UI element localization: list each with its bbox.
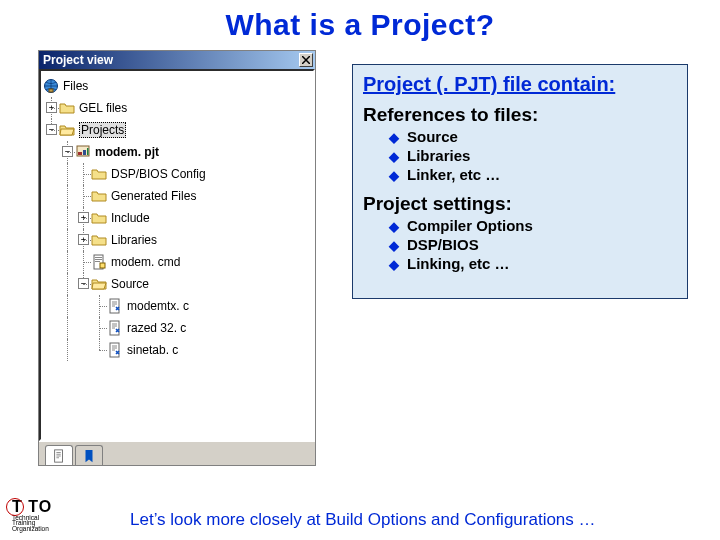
- list-item-label: Linker, etc …: [407, 166, 500, 183]
- tab-file[interactable]: [45, 445, 73, 465]
- tree-node-source[interactable]: − Source: [43, 273, 311, 295]
- list-item: ◆Compiler Options: [389, 217, 677, 234]
- source-file-icon: [107, 320, 123, 336]
- info-subheading-2: Project settings:: [363, 193, 677, 215]
- source-file-icon: [107, 298, 123, 314]
- list-item-label: Compiler Options: [407, 217, 533, 234]
- tree-node-include[interactable]: + Include: [43, 207, 311, 229]
- close-icon: [302, 56, 310, 64]
- list-item: ◆DSP/BIOS: [389, 236, 677, 253]
- tree-node-cmd[interactable]: modem. cmd: [43, 251, 311, 273]
- tree-node-libraries[interactable]: + Libraries: [43, 229, 311, 251]
- folder-open-icon: [91, 276, 107, 292]
- project-file-icon: [75, 144, 91, 160]
- tree-label: Libraries: [111, 233, 157, 247]
- svg-rect-10: [100, 263, 105, 268]
- tree-label: Source: [111, 277, 149, 291]
- list-item-label: Source: [407, 128, 458, 145]
- tree-view[interactable]: Files + GEL files − Projects: [39, 69, 315, 441]
- window-title: Project view: [43, 53, 113, 67]
- diamond-bullet-icon: ◆: [389, 239, 399, 252]
- source-file-icon: [107, 342, 123, 358]
- folder-icon: [59, 100, 75, 116]
- expander-plus-icon[interactable]: +: [78, 212, 89, 223]
- diamond-bullet-icon: ◆: [389, 258, 399, 271]
- folder-icon: [91, 232, 107, 248]
- tree-label: modem. cmd: [111, 255, 180, 269]
- svg-rect-4: [83, 150, 86, 155]
- tree-label: GEL files: [79, 101, 127, 115]
- list-item-label: Linking, etc …: [407, 255, 510, 272]
- list-item: ◆Libraries: [389, 147, 677, 164]
- folder-open-icon: [59, 122, 75, 138]
- expander-plus-icon[interactable]: +: [46, 102, 57, 113]
- tree-label: Files: [63, 79, 88, 93]
- info-box: Project (. PJT) file contain: References…: [352, 64, 688, 299]
- tree-node-dspbios[interactable]: DSP/BIOS Config: [43, 163, 311, 185]
- logo-ring-icon: [6, 498, 24, 516]
- svg-rect-1: [49, 89, 53, 92]
- tto-logo: T TO Technical Training Organization: [8, 498, 52, 533]
- tree-node-generated[interactable]: Generated Files: [43, 185, 311, 207]
- tree-node-projects[interactable]: − Projects: [43, 119, 311, 141]
- list-item: ◆Source: [389, 128, 677, 145]
- tree-node-src3[interactable]: sinetab. c: [43, 339, 311, 361]
- svg-rect-5: [87, 148, 89, 155]
- tab-bar: [39, 441, 315, 465]
- folder-icon: [91, 166, 107, 182]
- tree-label: modem. pjt: [95, 145, 159, 159]
- tree-node-files[interactable]: Files: [43, 75, 311, 97]
- tab-bookmark[interactable]: [75, 445, 103, 465]
- list-item: ◆Linking, etc …: [389, 255, 677, 272]
- tree-label: razed 32. c: [127, 321, 186, 335]
- bullet-list: ◆Compiler Options ◆DSP/BIOS ◆Linking, et…: [363, 217, 677, 272]
- project-view-window: Project view Files + GEL files: [38, 50, 316, 466]
- info-heading: Project (. PJT) file contain:: [363, 73, 677, 96]
- svg-rect-9: [95, 261, 100, 262]
- list-item-label: Libraries: [407, 147, 470, 164]
- expander-minus-icon[interactable]: −: [62, 146, 73, 157]
- tree-label: Generated Files: [111, 189, 196, 203]
- list-item: ◆Linker, etc …: [389, 166, 677, 183]
- expander-plus-icon[interactable]: +: [78, 234, 89, 245]
- slide-title: What is a Project?: [0, 8, 720, 42]
- tree-label-selected: Projects: [79, 122, 126, 138]
- tree-node-gel[interactable]: + GEL files: [43, 97, 311, 119]
- logo-line: Organization: [12, 526, 52, 533]
- bookmark-icon: [82, 449, 96, 463]
- diamond-bullet-icon: ◆: [389, 150, 399, 163]
- tree-node-pjt[interactable]: − modem. pjt: [43, 141, 311, 163]
- diamond-bullet-icon: ◆: [389, 169, 399, 182]
- diamond-bullet-icon: ◆: [389, 220, 399, 233]
- svg-rect-7: [95, 257, 102, 258]
- list-item-label: DSP/BIOS: [407, 236, 479, 253]
- diamond-bullet-icon: ◆: [389, 131, 399, 144]
- tree-label: Include: [111, 211, 150, 225]
- globe-icon: [43, 78, 59, 94]
- tree-node-src1[interactable]: modemtx. c: [43, 295, 311, 317]
- expander-minus-icon[interactable]: −: [46, 124, 57, 135]
- info-subheading-1: References to files:: [363, 104, 677, 126]
- svg-rect-8: [95, 259, 102, 260]
- bullet-list: ◆Source ◆Libraries ◆Linker, etc …: [363, 128, 677, 183]
- footer-note: Let’s look more closely at Build Options…: [130, 510, 596, 530]
- folder-icon: [91, 210, 107, 226]
- window-title-bar: Project view: [39, 51, 315, 69]
- tree-label: DSP/BIOS Config: [111, 167, 206, 181]
- tree-label: sinetab. c: [127, 343, 178, 357]
- window-close-button[interactable]: [299, 53, 313, 67]
- svg-rect-3: [78, 152, 82, 155]
- folder-icon: [91, 188, 107, 204]
- cmd-file-icon: [91, 254, 107, 270]
- tree-node-src2[interactable]: razed 32. c: [43, 317, 311, 339]
- document-icon: [52, 449, 66, 463]
- tree-label: modemtx. c: [127, 299, 189, 313]
- expander-minus-icon[interactable]: −: [78, 278, 89, 289]
